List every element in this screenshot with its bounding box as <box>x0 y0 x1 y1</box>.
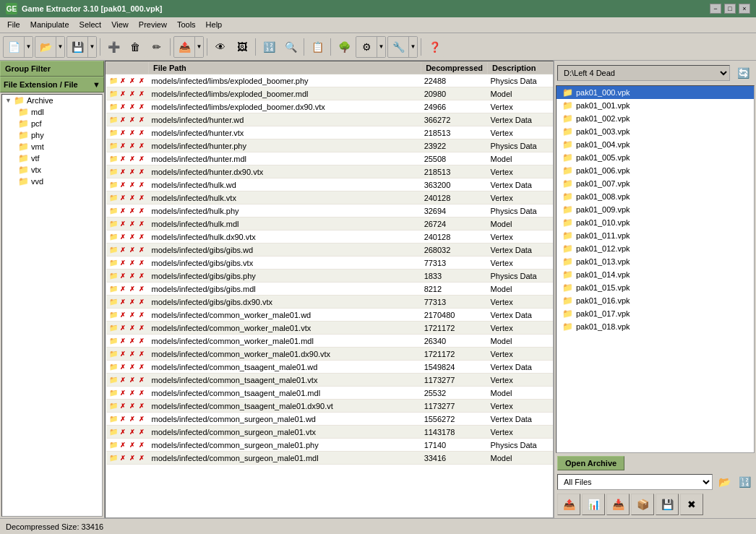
tree-item-vtf[interactable]: 📁 vtf <box>2 152 102 164</box>
tree-item-vmt[interactable]: 📁 vmt <box>2 141 102 152</box>
table-row[interactable]: 📁 ✗ ✗ ✗ models/infected/gibs/gibs.vtx 77… <box>106 257 553 270</box>
archive-item[interactable]: 📁pak01_001.vpk <box>557 99 754 112</box>
file-tree[interactable]: ▼ 📁 Archive 📁 mdl📁 pcf📁 phy📁 vmt📁 vtf📁 v… <box>1 94 103 517</box>
options-button[interactable]: 🔧 <box>388 37 408 57</box>
menu-help[interactable]: Help <box>202 19 227 31</box>
view-button[interactable]: 👁 <box>210 37 231 57</box>
menu-tools[interactable]: Tools <box>173 19 200 31</box>
search-button[interactable]: 🔍 <box>280 37 301 57</box>
extract-dropdown[interactable]: ▼ <box>194 37 203 57</box>
table-row[interactable]: 📁 ✗ ✗ ✗ models/infected/gibs/gibs.dx90.v… <box>106 296 553 309</box>
col-description[interactable]: Description <box>488 62 553 74</box>
browse-folder-button[interactable]: 📂 <box>716 473 733 491</box>
maximize-button[interactable]: □ <box>724 4 736 14</box>
archive-item[interactable]: 📁pak01_002.vpk <box>557 112 754 125</box>
table-row[interactable]: 📁 ✗ ✗ ✗ models/infected/limbs/exploded_b… <box>106 100 553 113</box>
help-button[interactable]: ❓ <box>424 37 444 57</box>
tree-item-phy[interactable]: 📁 phy <box>2 129 102 141</box>
menu-select[interactable]: Select <box>75 19 106 31</box>
tree-root-archive[interactable]: ▼ 📁 Archive <box>2 95 102 106</box>
table-row[interactable]: 📁 ✗ ✗ ✗ models/infected/common_surgeon_m… <box>106 413 553 426</box>
archive-item[interactable]: 📁pak01_009.vpk <box>557 203 754 216</box>
archive-item[interactable]: 📁pak01_004.vpk <box>557 138 754 151</box>
archive-item[interactable]: 📁pak01_003.vpk <box>557 125 754 138</box>
table-row[interactable]: 📁 ✗ ✗ ✗ models/infected/common_worker_ma… <box>106 309 553 322</box>
right-btn-4[interactable]: 📦 <box>631 494 654 515</box>
archive-item[interactable]: 📁pak01_014.vpk <box>557 268 754 281</box>
save-dropdown[interactable]: ▼ <box>87 37 96 57</box>
file-extension-header[interactable]: File Extension / File ▼ <box>0 77 104 92</box>
archive-item[interactable]: 📁pak01_000.vpk <box>557 86 754 99</box>
new-button[interactable]: 📄 <box>4 37 24 57</box>
table-row[interactable]: 📁 ✗ ✗ ✗ models/infected/common_tsaagent_… <box>106 361 553 374</box>
archive-item[interactable]: 📁pak01_006.vpk <box>557 164 754 177</box>
archive-list[interactable]: 📁pak01_000.vpk📁pak01_001.vpk📁pak01_002.v… <box>556 85 755 453</box>
table-row[interactable]: 📁 ✗ ✗ ✗ models/infected/limbs/exploded_b… <box>106 74 553 87</box>
table-row[interactable]: 📁 ✗ ✗ ✗ models/infected/hunter.dx90.vtx … <box>106 165 553 178</box>
table-row[interactable]: 📁 ✗ ✗ ✗ models/infected/limbs/exploded_b… <box>106 87 553 100</box>
plugin-dropdown[interactable]: ▼ <box>377 37 385 57</box>
col-decompressed[interactable]: Decompressed <box>421 62 488 74</box>
plugin-button[interactable]: ⚙ <box>356 37 377 57</box>
tree-item-mdl[interactable]: 📁 mdl <box>2 106 102 118</box>
table-row[interactable]: 📁 ✗ ✗ ✗ models/infected/gibs/gibs.mdl 82… <box>106 283 553 296</box>
table-row[interactable]: 📁 ✗ ✗ ✗ models/infected/hulk.mdl 26724 M… <box>106 218 553 231</box>
right-btn-3[interactable]: 📥 <box>606 494 630 515</box>
properties-button[interactable]: 📋 <box>307 37 327 57</box>
table-row[interactable]: 📁 ✗ ✗ ✗ models/infected/common_worker_ma… <box>106 322 553 335</box>
rename-button[interactable]: ✏ <box>147 37 167 57</box>
archive-path-select[interactable]: D:\Left 4 Dead <box>557 65 730 81</box>
table-row[interactable]: 📁 ✗ ✗ ✗ models/infected/common_tsaagent_… <box>106 374 553 387</box>
menu-file[interactable]: File <box>3 19 25 31</box>
table-row[interactable]: 📁 ✗ ✗ ✗ models/infected/hulk.wd 363200 V… <box>106 178 553 191</box>
archive-item[interactable]: 📁pak01_015.vpk <box>557 281 754 294</box>
menu-view[interactable]: View <box>107 19 133 31</box>
table-row[interactable]: 📁 ✗ ✗ ✗ models/infected/common_worker_ma… <box>106 348 553 361</box>
table-row[interactable]: 📁 ✗ ✗ ✗ models/infected/gibs/gibs.phy 18… <box>106 270 553 283</box>
group-filter-header[interactable]: Group Filter <box>0 61 104 77</box>
archive-item[interactable]: 📁pak01_012.vpk <box>557 242 754 255</box>
archive-item[interactable]: 📁pak01_010.vpk <box>557 216 754 229</box>
archive-item[interactable]: 📁pak01_005.vpk <box>557 151 754 164</box>
tree-item-pcf[interactable]: 📁 pcf <box>2 118 102 129</box>
tree-item-vvd[interactable]: 📁 vvd <box>2 176 102 187</box>
minimize-button[interactable]: − <box>710 4 721 14</box>
menu-preview[interactable]: Preview <box>134 19 171 31</box>
table-row[interactable]: 📁 ✗ ✗ ✗ models/infected/common_surgeon_m… <box>106 439 553 452</box>
extract-button[interactable]: 📤 <box>174 37 194 57</box>
menu-manipulate[interactable]: Manipulate <box>26 19 74 31</box>
open-archive-button[interactable]: Open Archive <box>557 456 624 470</box>
table-row[interactable]: 📁 ✗ ✗ ✗ models/infected/hunter.phy 23922… <box>106 139 553 152</box>
calculator-button[interactable]: 🔢 <box>736 473 753 491</box>
table-row[interactable]: 📁 ✗ ✗ ✗ models/infected/hunter.wd 366272… <box>106 113 553 126</box>
hex-button[interactable]: 🔢 <box>259 37 279 57</box>
table-row[interactable]: 📁 ✗ ✗ ✗ models/infected/hulk.dx90.vtx 24… <box>106 231 553 244</box>
table-row[interactable]: 📁 ✗ ✗ ✗ models/infected/common_worker_ma… <box>106 335 553 348</box>
table-row[interactable]: 📁 ✗ ✗ ✗ models/infected/hunter.mdl 25508… <box>106 152 553 165</box>
archive-item[interactable]: 📁pak01_018.vpk <box>557 320 754 333</box>
preview-button[interactable]: 🖼 <box>232 37 252 57</box>
col-filepath[interactable]: File Path <box>149 62 421 74</box>
archive-item[interactable]: 📁pak01_016.vpk <box>557 294 754 307</box>
options-dropdown[interactable]: ▼ <box>408 37 417 57</box>
right-btn-1[interactable]: 📤 <box>557 494 580 515</box>
right-btn-6[interactable]: ✖ <box>680 494 703 515</box>
add-button[interactable]: ➕ <box>103 37 124 57</box>
new-dropdown[interactable]: ▼ <box>24 37 33 57</box>
right-btn-5[interactable]: 💾 <box>656 494 679 515</box>
table-row[interactable]: 📁 ✗ ✗ ✗ models/infected/common_surgeon_m… <box>106 452 553 465</box>
open-dropdown[interactable]: ▼ <box>56 37 64 57</box>
table-row[interactable]: 📁 ✗ ✗ ✗ models/infected/hulk.vtx 240128 … <box>106 191 553 204</box>
archive-item[interactable]: 📁pak01_017.vpk <box>557 307 754 320</box>
refresh-archive-button[interactable]: 🔄 <box>733 63 753 83</box>
open-button[interactable]: 📂 <box>35 37 56 57</box>
table-row[interactable]: 📁 ✗ ✗ ✗ models/infected/common_tsaagent_… <box>106 387 553 400</box>
right-btn-2[interactable]: 📊 <box>582 494 605 515</box>
table-row[interactable]: 📁 ✗ ✗ ✗ models/infected/common_tsaagent_… <box>106 400 553 413</box>
table-row[interactable]: 📁 ✗ ✗ ✗ models/infected/common_surgeon_m… <box>106 426 553 439</box>
save-button[interactable]: 💾 <box>67 37 87 57</box>
table-row[interactable]: 📁 ✗ ✗ ✗ models/infected/hulk.phy 32694 P… <box>106 204 553 218</box>
tree-item-vtx[interactable]: 📁 vtx <box>2 164 102 176</box>
archive-item[interactable]: 📁pak01_007.vpk <box>557 177 754 190</box>
archive-item[interactable]: 📁pak01_013.vpk <box>557 255 754 268</box>
